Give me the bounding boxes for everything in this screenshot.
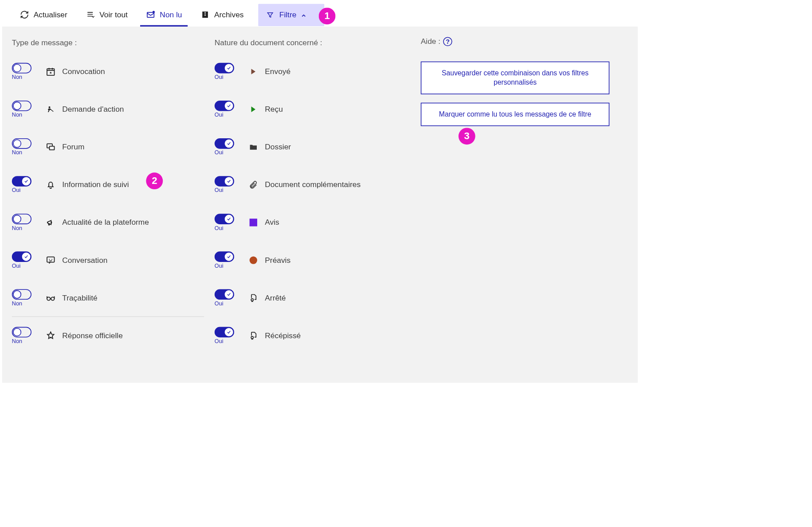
toggle-state-label: Oui	[12, 187, 21, 193]
list-icon	[86, 10, 95, 20]
filter-row-label: Convocation	[62, 67, 105, 76]
svg-point-14	[47, 297, 50, 300]
toggle-state-label: Oui	[12, 263, 21, 269]
filter-row-label: Demande d'action	[62, 105, 124, 113]
svg-point-8	[48, 106, 50, 108]
smile-chat-icon	[45, 254, 57, 266]
filter-row: OuiDossier	[215, 136, 417, 159]
filter-row: NonTraçabilité	[12, 286, 215, 309]
toggle-state-label: Oui	[215, 263, 224, 269]
annotation-badge-2: 2	[146, 172, 163, 189]
toggle-state-label: Oui	[215, 338, 224, 344]
toggle-switch[interactable]	[12, 101, 31, 111]
filter-row-label: Information de suivi	[62, 180, 129, 189]
view-all-button[interactable]: Voir tout	[80, 4, 133, 27]
svg-rect-11	[47, 257, 55, 262]
filter-row-label: Conversation	[62, 256, 107, 265]
toggle-switch[interactable]	[12, 327, 31, 338]
view-all-label: Voir tout	[99, 10, 128, 19]
filter-row: NonActualité de la plateforme	[12, 211, 215, 234]
square-icon	[247, 217, 259, 229]
refresh-button[interactable]: Actualiser	[14, 4, 73, 27]
toggle-switch[interactable]	[215, 214, 234, 224]
filter-row-label: Document complémentaires	[265, 180, 361, 189]
toggle-state-label: Oui	[215, 149, 224, 156]
toggle-switch[interactable]	[215, 63, 234, 74]
glasses-icon	[45, 292, 57, 304]
toggle-state-label: Oui	[215, 74, 224, 80]
svg-point-15	[51, 297, 54, 300]
help-icon[interactable]: ?	[443, 37, 452, 46]
unread-tab[interactable]: Non lu	[140, 4, 188, 27]
megaphone-icon	[45, 217, 57, 229]
svg-point-2	[153, 11, 155, 13]
filter-button[interactable]: Filtre	[259, 4, 325, 26]
toggle-state-label: Oui	[215, 301, 224, 307]
archive-button[interactable]: Archives	[195, 4, 249, 27]
archive-label: Archives	[214, 10, 243, 19]
toggle-switch[interactable]	[12, 138, 31, 149]
filter-row: OuiInformation de suivi	[12, 173, 215, 196]
mark-read-button[interactable]: Marquer comme lu tous les messages de ce…	[421, 103, 610, 126]
mail-unread-icon	[146, 10, 156, 20]
svg-rect-1	[147, 12, 154, 17]
filter-row: NonDemande d'action	[12, 98, 215, 121]
filter-row: OuiAvis	[215, 211, 417, 234]
filter-row-label: Avis	[265, 218, 279, 227]
toggle-switch[interactable]	[12, 214, 31, 224]
filter-row: NonConvocation	[12, 60, 215, 83]
bell-icon	[45, 179, 57, 191]
filter-row: OuiEnvoyé	[215, 60, 417, 83]
save-filter-button[interactable]: Sauvegarder cette combinaison dans vos f…	[421, 62, 610, 94]
toggle-switch[interactable]	[12, 176, 31, 187]
unread-label: Non lu	[160, 10, 182, 19]
toggle-state-label: Non	[12, 149, 22, 156]
svg-point-13	[51, 259, 52, 260]
filter-row-label: Réponse officielle	[62, 331, 123, 340]
circle-icon	[247, 254, 259, 266]
filter-row: OuiConversation	[12, 249, 215, 272]
nature-header: Nature du document concerné :	[215, 37, 417, 48]
toggle-state-label: Oui	[215, 225, 224, 231]
filter-row-label: Traçabilité	[62, 293, 97, 302]
chevron-up-icon	[301, 12, 307, 18]
filter-row-label: Actualité de la plateforme	[62, 218, 149, 227]
refresh-icon	[20, 10, 29, 20]
svg-rect-6	[204, 15, 206, 16]
calendar-star-icon	[45, 66, 57, 78]
toggle-switch[interactable]	[215, 101, 234, 111]
archive-icon	[200, 10, 210, 20]
filter-row: NonForum	[12, 136, 215, 159]
svg-rect-5	[204, 14, 206, 15]
toggle-switch[interactable]	[215, 289, 234, 300]
tri-right-icon	[247, 66, 259, 78]
toggle-state-label: Non	[12, 74, 22, 80]
doc-badge-icon	[247, 292, 259, 304]
clip-icon	[247, 179, 259, 191]
toggle-switch[interactable]	[12, 289, 31, 300]
filter-row: OuiArrêté	[215, 286, 417, 309]
filter-row: OuiReçu	[215, 98, 417, 121]
toggle-state-label: Non	[12, 301, 22, 307]
refresh-label: Actualiser	[34, 10, 67, 19]
filter-row-label: Reçu	[265, 105, 282, 113]
toggle-switch[interactable]	[215, 327, 234, 338]
toggle-switch[interactable]	[215, 251, 234, 262]
toggle-state-label: Oui	[215, 187, 224, 193]
digger-icon	[45, 103, 57, 115]
svg-rect-10	[50, 146, 55, 150]
toggle-switch[interactable]	[12, 63, 31, 74]
annotation-badge-1: 1	[319, 8, 336, 24]
filter-row-label: Récépissé	[265, 331, 301, 340]
filter-row-label: Forum	[62, 143, 84, 152]
filter-row-label: Dossier	[265, 143, 291, 152]
toggle-state-label: Non	[12, 338, 22, 344]
toggle-switch[interactable]	[215, 138, 234, 149]
doc-badge-icon	[247, 330, 259, 342]
help-label: Aide :	[421, 37, 440, 46]
toggle-switch[interactable]	[12, 251, 31, 262]
filter-row: OuiDocument complémentaires	[215, 173, 417, 196]
toggle-switch[interactable]	[215, 176, 234, 187]
annotation-badge-3: 3	[459, 128, 475, 144]
folder-icon	[247, 141, 259, 153]
